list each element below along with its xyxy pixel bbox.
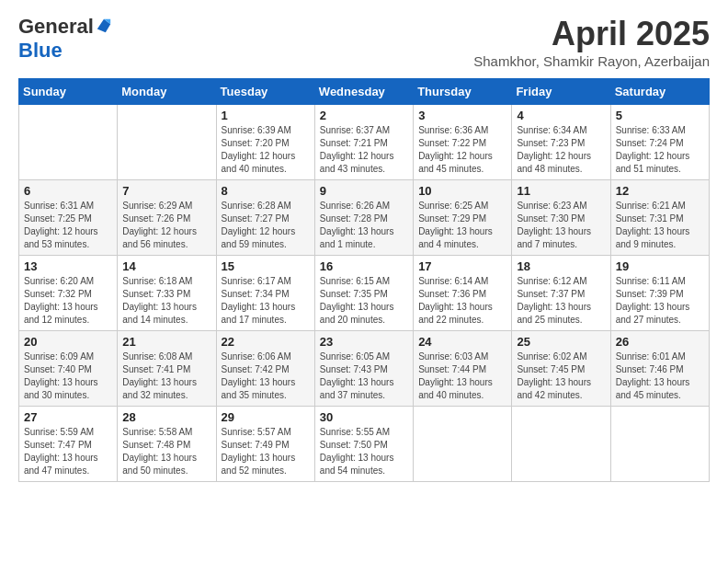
sunrise-text: Sunrise: 6:31 AM	[24, 200, 112, 213]
sunrise-text: Sunrise: 6:25 AM	[418, 200, 506, 213]
day-number: 2	[320, 109, 408, 122]
calendar-cell: 17 Sunrise: 6:14 AM Sunset: 7:36 PM Dayl…	[414, 256, 512, 331]
calendar-cell: 4 Sunrise: 6:34 AM Sunset: 7:23 PM Dayli…	[512, 105, 610, 180]
calendar-cell: 30 Sunrise: 5:55 AM Sunset: 7:50 PM Dayl…	[314, 407, 413, 482]
title-section: April 2025 Shamkhor, Shamkir Rayon, Azer…	[473, 15, 710, 69]
sunset-text: Sunset: 7:31 PM	[616, 213, 704, 225]
sunset-text: Sunset: 7:41 PM	[122, 363, 210, 376]
calendar-week-row: 1 Sunrise: 6:39 AM Sunset: 7:20 PM Dayli…	[19, 105, 710, 180]
day-number: 24	[418, 335, 506, 349]
day-number: 12	[616, 184, 704, 198]
day-number: 27	[24, 410, 112, 424]
day-info: Sunrise: 6:31 AM Sunset: 7:25 PM Dayligh…	[24, 200, 112, 251]
calendar-cell: 1 Sunrise: 6:39 AM Sunset: 7:20 PM Dayli…	[216, 105, 314, 180]
sunrise-text: Sunrise: 6:15 AM	[320, 275, 408, 288]
calendar-week-row: 13 Sunrise: 6:20 AM Sunset: 7:32 PM Dayl…	[19, 256, 710, 331]
logo-blue-text: Blue	[18, 39, 63, 63]
calendar-cell: 24 Sunrise: 6:03 AM Sunset: 7:44 PM Dayl…	[414, 331, 512, 407]
daylight-text: Daylight: 12 hours and 51 minutes.	[616, 150, 704, 176]
sunset-text: Sunset: 7:34 PM	[222, 288, 310, 301]
day-number: 22	[222, 335, 310, 349]
day-number: 4	[517, 109, 605, 122]
calendar-cell: 10 Sunrise: 6:25 AM Sunset: 7:29 PM Dayl…	[414, 180, 512, 256]
calendar-header-sunday: Sunday	[19, 79, 118, 105]
day-number: 29	[222, 410, 310, 424]
daylight-text: Daylight: 12 hours and 45 minutes.	[418, 150, 506, 176]
sunrise-text: Sunrise: 6:37 AM	[320, 124, 408, 137]
calendar-cell: 18 Sunrise: 6:12 AM Sunset: 7:37 PM Dayl…	[512, 256, 610, 331]
sunrise-text: Sunrise: 5:58 AM	[122, 426, 210, 439]
daylight-text: Daylight: 13 hours and 40 minutes.	[418, 376, 506, 402]
sunrise-text: Sunrise: 6:02 AM	[517, 350, 605, 363]
calendar-header-tuesday: Tuesday	[216, 79, 314, 105]
sunrise-text: Sunrise: 6:01 AM	[616, 350, 704, 363]
sunset-text: Sunset: 7:48 PM	[122, 439, 210, 452]
sunset-text: Sunset: 7:39 PM	[616, 288, 704, 301]
calendar-cell: 19 Sunrise: 6:11 AM Sunset: 7:39 PM Dayl…	[610, 256, 709, 331]
day-info: Sunrise: 6:28 AM Sunset: 7:27 PM Dayligh…	[222, 200, 310, 251]
daylight-text: Daylight: 12 hours and 53 minutes.	[24, 225, 112, 251]
calendar-cell: 8 Sunrise: 6:28 AM Sunset: 7:27 PM Dayli…	[216, 180, 314, 256]
day-number: 8	[222, 184, 310, 198]
day-info: Sunrise: 6:09 AM Sunset: 7:40 PM Dayligh…	[24, 350, 112, 402]
calendar-cell	[118, 105, 216, 180]
calendar-cell: 22 Sunrise: 6:06 AM Sunset: 7:42 PM Dayl…	[216, 331, 314, 407]
sunset-text: Sunset: 7:32 PM	[24, 288, 112, 301]
calendar-cell: 13 Sunrise: 6:20 AM Sunset: 7:32 PM Dayl…	[19, 256, 118, 331]
sunrise-text: Sunrise: 6:33 AM	[616, 124, 704, 137]
daylight-text: Daylight: 13 hours and 14 minutes.	[122, 301, 210, 327]
sunrise-text: Sunrise: 6:12 AM	[517, 275, 605, 288]
day-number: 14	[122, 259, 210, 273]
sunrise-text: Sunrise: 6:08 AM	[122, 350, 210, 363]
sunset-text: Sunset: 7:45 PM	[517, 363, 605, 376]
sunset-text: Sunset: 7:42 PM	[222, 363, 310, 376]
day-number: 21	[122, 335, 210, 349]
daylight-text: Daylight: 13 hours and 35 minutes.	[222, 376, 310, 402]
sunset-text: Sunset: 7:30 PM	[517, 213, 605, 225]
daylight-text: Daylight: 13 hours and 9 minutes.	[616, 225, 704, 251]
day-number: 1	[222, 109, 310, 122]
day-info: Sunrise: 6:12 AM Sunset: 7:37 PM Dayligh…	[517, 275, 605, 327]
day-info: Sunrise: 6:33 AM Sunset: 7:24 PM Dayligh…	[616, 124, 704, 176]
calendar-cell	[19, 105, 118, 180]
calendar-cell: 7 Sunrise: 6:29 AM Sunset: 7:26 PM Dayli…	[118, 180, 216, 256]
day-info: Sunrise: 5:57 AM Sunset: 7:49 PM Dayligh…	[222, 426, 310, 477]
sunrise-text: Sunrise: 6:20 AM	[24, 275, 112, 288]
calendar-week-row: 20 Sunrise: 6:09 AM Sunset: 7:40 PM Dayl…	[19, 331, 710, 407]
daylight-text: Daylight: 13 hours and 30 minutes.	[24, 376, 112, 402]
day-info: Sunrise: 6:08 AM Sunset: 7:41 PM Dayligh…	[122, 350, 210, 402]
day-info: Sunrise: 6:11 AM Sunset: 7:39 PM Dayligh…	[616, 275, 704, 327]
calendar-cell: 25 Sunrise: 6:02 AM Sunset: 7:45 PM Dayl…	[512, 331, 610, 407]
calendar-cell: 26 Sunrise: 6:01 AM Sunset: 7:46 PM Dayl…	[610, 331, 709, 407]
sunset-text: Sunset: 7:28 PM	[320, 213, 408, 225]
daylight-text: Daylight: 13 hours and 50 minutes.	[122, 452, 210, 477]
calendar-cell: 27 Sunrise: 5:59 AM Sunset: 7:47 PM Dayl…	[19, 407, 118, 482]
day-info: Sunrise: 5:55 AM Sunset: 7:50 PM Dayligh…	[320, 426, 408, 477]
sunset-text: Sunset: 7:26 PM	[122, 213, 210, 225]
sunrise-text: Sunrise: 6:14 AM	[418, 275, 506, 288]
sunset-text: Sunset: 7:23 PM	[517, 137, 605, 150]
sunrise-text: Sunrise: 6:28 AM	[222, 200, 310, 213]
daylight-text: Daylight: 13 hours and 7 minutes.	[517, 225, 605, 251]
sunrise-text: Sunrise: 6:17 AM	[222, 275, 310, 288]
calendar-cell: 3 Sunrise: 6:36 AM Sunset: 7:22 PM Dayli…	[414, 105, 512, 180]
page-header: General Blue April 2025 Shamkhor, Shamki…	[18, 15, 710, 69]
sunrise-text: Sunrise: 5:55 AM	[320, 426, 408, 439]
sunrise-text: Sunrise: 6:29 AM	[122, 200, 210, 213]
day-info: Sunrise: 5:59 AM Sunset: 7:47 PM Dayligh…	[24, 426, 112, 477]
sunset-text: Sunset: 7:47 PM	[24, 439, 112, 452]
day-number: 26	[616, 335, 704, 349]
day-info: Sunrise: 5:58 AM Sunset: 7:48 PM Dayligh…	[122, 426, 210, 477]
sunset-text: Sunset: 7:24 PM	[616, 137, 704, 150]
day-info: Sunrise: 6:29 AM Sunset: 7:26 PM Dayligh…	[122, 200, 210, 251]
day-info: Sunrise: 6:03 AM Sunset: 7:44 PM Dayligh…	[418, 350, 506, 402]
day-number: 13	[24, 259, 112, 273]
daylight-text: Daylight: 13 hours and 42 minutes.	[517, 376, 605, 402]
sunrise-text: Sunrise: 6:21 AM	[616, 200, 704, 213]
calendar-cell: 20 Sunrise: 6:09 AM Sunset: 7:40 PM Dayl…	[19, 331, 118, 407]
sunset-text: Sunset: 7:50 PM	[320, 439, 408, 452]
daylight-text: Daylight: 13 hours and 32 minutes.	[122, 376, 210, 402]
sunrise-text: Sunrise: 6:03 AM	[418, 350, 506, 363]
calendar-table: SundayMondayTuesdayWednesdayThursdayFrid…	[18, 78, 710, 482]
calendar-cell	[610, 407, 709, 482]
